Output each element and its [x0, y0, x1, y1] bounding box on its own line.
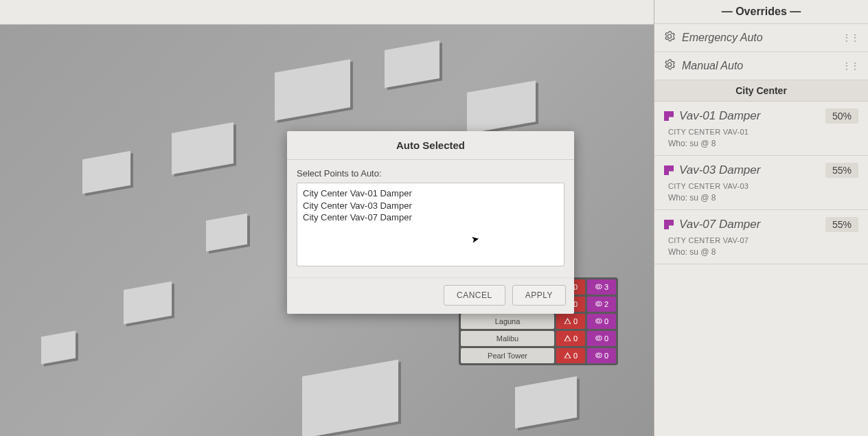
gear-icon [595, 317, 602, 326]
dialog-footer: CANCEL APPLY [287, 277, 574, 314]
warning-icon [564, 334, 571, 343]
point-option[interactable]: City Center Vav-01 Damper [303, 187, 558, 200]
alarm-cell[interactable]: 0 [556, 348, 585, 363]
building-name: Pearl Tower [461, 348, 554, 363]
dialog-body: Select Points to Auto: City Center Vav-0… [287, 160, 574, 277]
override-who: Who: su @ 8 [668, 193, 858, 203]
overrides-sidebar: — Overrides — Emergency Auto ⋮⋮ Manual A… [654, 0, 868, 436]
alarm-cell[interactable]: 0 [556, 314, 585, 329]
point-option[interactable]: City Center Vav-03 Damper [303, 200, 558, 212]
gear-icon [595, 334, 602, 343]
warning-icon [564, 352, 571, 360]
gear-icon [595, 352, 602, 360]
building-row[interactable]: Malibu 0 0 [461, 331, 616, 346]
override-item[interactable]: Vav-07 Damper 55% CITY CENTER VAV-07 Who… [654, 210, 868, 264]
override-value-badge: 55% [825, 217, 858, 232]
points-listbox[interactable]: City Center Vav-01 Damper City Center Va… [297, 183, 564, 266]
override-name: Vav-01 Damper [679, 109, 760, 123]
drag-handle-icon[interactable]: ⋮⋮ [842, 32, 858, 43]
override-name: Vav-07 Damper [679, 218, 760, 231]
override-cell[interactable]: 0 [587, 314, 616, 329]
override-flag-icon [664, 165, 674, 175]
gear-icon [595, 283, 602, 292]
override-item[interactable]: Vav-01 Damper 50% CITY CENTER VAV-01 Who… [654, 102, 868, 156]
override-cell[interactable]: 3 [587, 279, 616, 295]
building-name: Laguna [461, 314, 554, 329]
warning-icon [564, 317, 571, 326]
override-value-badge: 50% [825, 108, 858, 124]
cancel-button[interactable]: CANCEL [444, 285, 505, 306]
alarm-cell[interactable]: 0 [556, 331, 585, 346]
sidebar-title: — Overrides — [654, 0, 868, 24]
override-who: Who: su @ 8 [668, 247, 858, 257]
auto-row-label: Manual Auto [682, 60, 743, 72]
building-row[interactable]: Laguna 0 0 [461, 314, 616, 329]
override-path: CITY CENTER VAV-01 [668, 128, 858, 136]
override-path: CITY CENTER VAV-07 [668, 236, 858, 244]
override-who: Who: su @ 8 [668, 139, 858, 148]
building-name: Malibu [461, 331, 554, 346]
section-header: City Center [654, 80, 868, 102]
override-cell[interactable]: 0 [587, 348, 616, 363]
gear-icon [664, 31, 675, 45]
override-path: CITY CENTER VAV-03 [668, 182, 858, 190]
point-option[interactable]: City Center Vav-07 Damper [303, 211, 558, 224]
override-cell[interactable]: 0 [587, 331, 616, 346]
override-value-badge: 55% [825, 163, 858, 178]
gear-icon [595, 300, 602, 309]
override-name: Vav-03 Damper [679, 163, 760, 177]
override-item[interactable]: Vav-03 Damper 55% CITY CENTER VAV-03 Who… [654, 156, 868, 210]
auto-selected-dialog: Auto Selected Select Points to Auto: Cit… [287, 131, 574, 314]
dialog-prompt: Select Points to Auto: [297, 168, 564, 179]
dialog-title: Auto Selected [287, 131, 574, 160]
gear-icon [664, 59, 675, 73]
manual-auto-row[interactable]: Manual Auto ⋮⋮ [654, 52, 868, 80]
override-flag-icon [664, 220, 674, 229]
override-cell[interactable]: 2 [587, 297, 616, 312]
emergency-auto-row[interactable]: Emergency Auto ⋮⋮ [654, 24, 868, 52]
drag-handle-icon[interactable]: ⋮⋮ [842, 60, 858, 71]
building-row[interactable]: Pearl Tower 0 0 [461, 348, 616, 363]
apply-button[interactable]: APPLY [512, 285, 566, 306]
main-view: 0 3 0 2 Laguna [0, 0, 654, 436]
cursor-icon: ➤ [470, 233, 481, 245]
override-flag-icon [664, 111, 674, 121]
auto-row-label: Emergency Auto [682, 32, 763, 44]
app-root: 0 3 0 2 Laguna [0, 0, 868, 436]
top-bar [0, 0, 654, 25]
